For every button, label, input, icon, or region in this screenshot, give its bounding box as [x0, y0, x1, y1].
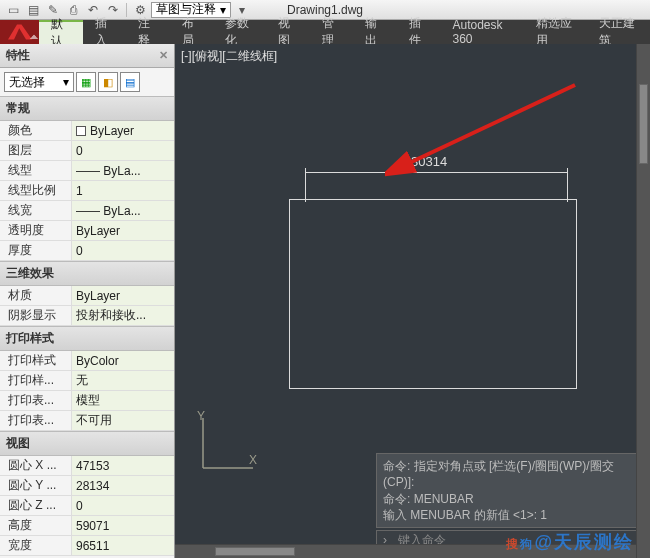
property-row[interactable]: 透明度ByLayer [0, 221, 174, 241]
property-label: 打印样式 [0, 351, 72, 370]
property-value[interactable]: 28134 [72, 476, 174, 495]
property-row[interactable]: 材质ByLayer [0, 286, 174, 306]
property-row[interactable]: 宽度96511 [0, 536, 174, 556]
property-value-text: —— ByLa... [76, 204, 141, 218]
drawn-rectangle [289, 199, 577, 389]
property-value[interactable]: —— ByLa... [72, 201, 174, 220]
property-value[interactable]: 0 [72, 241, 174, 260]
property-row[interactable]: 高度59071 [0, 516, 174, 536]
property-row[interactable]: 图层0 [0, 141, 174, 161]
selection-value: 无选择 [9, 74, 45, 91]
property-value-text: 1 [76, 184, 83, 198]
tab-plugin[interactable]: 插件 [397, 20, 441, 44]
property-value-text: 模型 [76, 392, 100, 409]
property-value[interactable]: 59071 [72, 516, 174, 535]
property-value-text: ByLayer [76, 289, 120, 303]
tab-featured[interactable]: 精选应用 [524, 20, 587, 44]
tab-layout[interactable]: 布局 [170, 20, 214, 44]
ucs-y: Y [197, 409, 205, 423]
property-value[interactable]: 47153 [72, 456, 174, 475]
tab-default[interactable]: 默认 [39, 20, 83, 44]
property-label: 透明度 [0, 221, 72, 240]
ribbon-row: 默认 插入 注释 布局 参数化 视图 管理 输出 插件 Autodesk 360… [0, 20, 650, 44]
property-row[interactable]: 打印表...模型 [0, 391, 174, 411]
property-label: 材质 [0, 286, 72, 305]
tab-annotate[interactable]: 注释 [126, 20, 170, 44]
section-header[interactable]: 三维效果 [0, 261, 174, 286]
property-value[interactable]: 96511 [72, 536, 174, 555]
property-row[interactable]: 线型—— ByLa... [0, 161, 174, 181]
qat-new-icon[interactable]: ▭ [4, 2, 22, 18]
property-value-text: —— ByLa... [76, 164, 141, 178]
property-value-text: ByColor [76, 354, 119, 368]
tab-label: Autodesk 360 [452, 18, 512, 46]
command-history[interactable]: 命令: 指定对角点或 [栏选(F)/圈围(WP)/圈交(CP)]: 命令: ME… [376, 453, 646, 528]
property-value[interactable]: ByLayer [72, 121, 174, 140]
tab-view[interactable]: 视图 [266, 20, 310, 44]
property-value[interactable]: 无 [72, 371, 174, 390]
qat: ▭ ▤ ✎ ⎙ ↶ ↷ ⚙ 草图与注释 ▾ ▾ [4, 2, 251, 18]
property-value[interactable]: 投射和接收... [72, 306, 174, 325]
toggle-pick-icon[interactable]: ◧ [98, 72, 118, 92]
property-row[interactable]: 圆心 X ...47153 [0, 456, 174, 476]
property-value-text: 59071 [76, 519, 109, 533]
tab-a360[interactable]: Autodesk 360 [440, 20, 524, 44]
cmd-line: 命令: MENUBAR [383, 491, 639, 507]
selection-combo[interactable]: 无选择 ▾ [4, 72, 74, 92]
property-row[interactable]: 阴影显示投射和接收... [0, 306, 174, 326]
app-menu-button[interactable] [0, 20, 39, 44]
properties-scroll[interactable]: 常规颜色ByLayer图层0线型—— ByLa...线型比例1线宽—— ByLa… [0, 96, 174, 558]
section-header[interactable]: 视图 [0, 431, 174, 456]
property-value-text: 投射和接收... [76, 307, 146, 324]
color-swatch [76, 126, 86, 136]
dim-extension [305, 168, 306, 202]
annotation-arrow [385, 80, 585, 180]
property-label: 圆心 Y ... [0, 476, 72, 495]
property-row[interactable]: 打印样式ByColor [0, 351, 174, 371]
property-row[interactable]: 打印样...无 [0, 371, 174, 391]
qat-separator [126, 3, 127, 17]
cmd-line: 输入 MENUBAR 的新值 <1>: 1 [383, 507, 639, 523]
palette-title-bar[interactable]: 特性 ✕ [0, 44, 174, 68]
property-label: 打印样... [0, 371, 72, 390]
property-row[interactable]: 厚度0 [0, 241, 174, 261]
tab-manage[interactable]: 管理 [310, 20, 354, 44]
property-value-text: 0 [76, 499, 83, 513]
property-label: 线型比例 [0, 181, 72, 200]
scrollbar-vertical[interactable] [636, 44, 650, 558]
property-label: 线型 [0, 161, 72, 180]
property-value[interactable]: 1 [72, 181, 174, 200]
viewport-label[interactable]: [-][俯视][二维线框] [181, 48, 277, 65]
property-value[interactable]: 不可用 [72, 411, 174, 430]
ucs-x: X [249, 453, 257, 467]
property-row[interactable]: 线宽—— ByLa... [0, 201, 174, 221]
palette-title: 特性 [6, 47, 30, 64]
property-row[interactable]: 打印表...不可用 [0, 411, 174, 431]
section-header[interactable]: 打印样式 [0, 326, 174, 351]
property-value[interactable]: 模型 [72, 391, 174, 410]
close-icon[interactable]: ✕ [159, 49, 168, 62]
property-value[interactable]: 0 [72, 141, 174, 160]
tab-parametric[interactable]: 参数化 [213, 20, 266, 44]
property-row[interactable]: 线型比例1 [0, 181, 174, 201]
property-value[interactable]: ByLayer [72, 221, 174, 240]
property-row[interactable]: 圆心 Y ...28134 [0, 476, 174, 496]
property-value[interactable]: ByLayer [72, 286, 174, 305]
property-value-text: 47153 [76, 459, 109, 473]
property-value[interactable]: ByColor [72, 351, 174, 370]
property-value[interactable]: 0 [72, 496, 174, 515]
quick-calc-icon[interactable]: ▤ [120, 72, 140, 92]
tab-output[interactable]: 输出 [353, 20, 397, 44]
property-value[interactable]: —— ByLa... [72, 161, 174, 180]
property-row[interactable]: 颜色ByLayer [0, 121, 174, 141]
section-header[interactable]: 常规 [0, 96, 174, 121]
quick-select-icon[interactable]: ▦ [76, 72, 96, 92]
property-value-text: 0 [76, 144, 83, 158]
property-label: 宽度 [0, 536, 72, 555]
tab-insert[interactable]: 插入 [83, 20, 127, 44]
tab-tangent[interactable]: 天正建筑 [587, 20, 650, 44]
qat-open-icon[interactable]: ▤ [24, 2, 42, 18]
property-label: 阴影显示 [0, 306, 72, 325]
drawing-canvas[interactable]: [-][俯视][二维线框] 30314 X Y 命令: 指定对角点或 [栏选(F… [175, 44, 650, 558]
property-row[interactable]: 圆心 Z ...0 [0, 496, 174, 516]
